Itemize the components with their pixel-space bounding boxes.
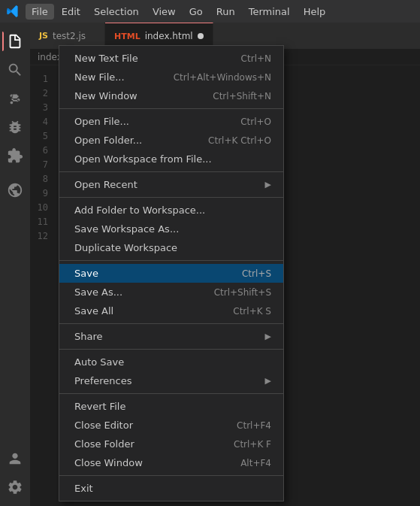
menu-close-window[interactable]: Close Window Alt+F4 <box>59 453 283 472</box>
menu-close-folder[interactable]: Close Folder Ctrl+K F <box>59 435 283 453</box>
menu-close-editor[interactable]: Close Editor Ctrl+F4 <box>59 416 283 435</box>
menu-help[interactable]: Help <box>298 4 332 20</box>
menu-separator <box>59 197 283 198</box>
menu-open-file[interactable]: Open File... Ctrl+O <box>59 112 283 131</box>
menu-separator <box>59 108 283 109</box>
settings-icon[interactable] <box>2 474 28 500</box>
vscode-logo <box>6 5 20 18</box>
menu-separator <box>59 393 283 394</box>
menu-terminal[interactable]: Terminal <box>243 4 296 20</box>
menu-save-workspace-as[interactable]: Save Workspace As... <box>59 220 283 238</box>
source-control-icon[interactable] <box>2 86 28 111</box>
dropdown-overlay: New Text File Ctrl+N New File... Ctrl+Al… <box>30 45 420 506</box>
menu-go[interactable]: Go <box>183 4 209 20</box>
menu-separator <box>59 349 283 350</box>
menu-auto-save[interactable]: Auto Save <box>59 353 283 371</box>
tab-modified-dot <box>198 33 204 39</box>
menu-exit[interactable]: Exit <box>59 479 283 498</box>
menu-save-as[interactable]: Save As... Ctrl+Shift+S <box>59 283 283 301</box>
tab-label: test2.js <box>53 31 86 41</box>
run-debug-icon[interactable] <box>2 114 28 140</box>
menu-save[interactable]: Save Ctrl+S <box>59 264 283 283</box>
menu-new-file[interactable]: New File... Ctrl+Alt+Windows+N <box>59 68 283 86</box>
menu-separator <box>59 323 283 324</box>
menu-open-workspace[interactable]: Open Workspace from File... <box>59 150 283 168</box>
menu-open-recent[interactable]: Open Recent ▶ <box>59 175 283 194</box>
activity-bottom <box>2 446 28 500</box>
activity-bar <box>0 23 30 506</box>
menu-revert-file[interactable]: Revert File <box>59 397 283 416</box>
menu-save-all[interactable]: Save All Ctrl+K S <box>59 301 283 320</box>
menu-separator <box>59 260 283 261</box>
menu-file[interactable]: File <box>26 4 54 20</box>
menu-new-text-file[interactable]: New Text File Ctrl+N <box>59 49 283 68</box>
menu-edit[interactable]: Edit <box>56 4 86 20</box>
menu-open-folder[interactable]: Open Folder... Ctrl+K Ctrl+O <box>59 131 283 150</box>
accounts-icon[interactable] <box>2 446 28 471</box>
tab-label-active: index.html <box>145 31 193 41</box>
menu-share[interactable]: Share ▶ <box>59 327 283 346</box>
file-menu: New Text File Ctrl+N New File... Ctrl+Al… <box>59 45 284 501</box>
remote-explorer-icon[interactable] <box>2 177 28 203</box>
search-icon[interactable] <box>2 57 28 83</box>
menu-new-window[interactable]: New Window Ctrl+Shift+N <box>59 86 283 105</box>
extensions-icon[interactable] <box>2 143 28 168</box>
menu-separator <box>59 171 283 172</box>
files-icon[interactable] <box>2 29 28 54</box>
main-area: JS test2.js HTML index.html index.html ›… <box>0 23 420 506</box>
menu-duplicate-workspace[interactable]: Duplicate Workspace <box>59 238 283 257</box>
menu-separator <box>59 475 283 476</box>
submenu-arrow: ▶ <box>265 332 271 341</box>
menubar: File Edit Selection View Go Run Terminal… <box>0 0 420 23</box>
menu-add-folder[interactable]: Add Folder to Workspace... <box>59 201 283 220</box>
menu-run[interactable]: Run <box>210 4 241 20</box>
menu-preferences[interactable]: Preferences ▶ <box>59 371 283 390</box>
submenu-arrow: ▶ <box>265 180 271 189</box>
submenu-arrow: ▶ <box>265 376 271 386</box>
editor-area: JS test2.js HTML index.html index.html ›… <box>30 23 420 506</box>
menu-view[interactable]: View <box>147 4 182 20</box>
menu-selection[interactable]: Selection <box>88 4 145 20</box>
